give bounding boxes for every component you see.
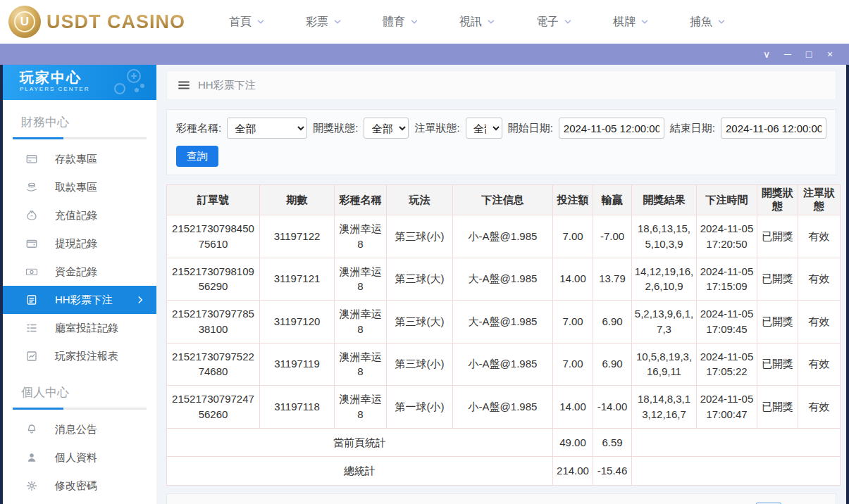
nav-item-chess[interactable]: 棋牌 [613,15,650,30]
cell-bet-time: 2024-11-05 17:05:22 [697,343,757,386]
draw-status-select[interactable]: 全部 [364,118,409,139]
summary-bet-total: 214.00 [553,457,593,486]
sidebar-item-announcements[interactable]: 消息公告 [3,415,156,443]
summary-label: 總統計 [167,457,553,486]
section-underline [13,408,147,410]
report-icon [25,350,38,363]
sidebar-item-withdrawal-records[interactable]: 提現記錄 [3,229,156,258]
chevron-down-icon [333,17,342,27]
summary-bet-total: 49.00 [553,428,593,457]
table-row: 215217307977853810031197120澳洲幸运8第三球(大)大-… [167,301,841,344]
coin-logo-icon: U [8,6,41,38]
sidebar-item-label: 修改密碼 [55,479,97,493]
end-date-input[interactable] [721,118,826,139]
chevron-down-icon [256,17,266,27]
col-header-win-loss: 輸贏 [593,185,632,215]
cell-bet-time: 2024-11-05 17:15:09 [697,258,757,301]
cell-order-status: 有效 [798,386,841,429]
breadcrumb: HH彩票下注 [166,70,836,100]
sidebar-item-label: 存款專區 [55,153,97,166]
section-title: 個人中心 [3,384,156,401]
sidebar-item-profile[interactable]: 個人資料 [3,443,156,472]
cell-win-loss: 13.79 [593,258,632,301]
start-date-label: 開始日期: [508,122,553,135]
cell-play-type: 第三球(小) [387,343,453,386]
draw-status-label: 開獎狀態: [313,122,358,135]
nav-item-video[interactable]: 視訊 [459,15,496,30]
cell-lottery-name: 澳洲幸运8 [335,258,387,301]
sidebar-item-change-password[interactable]: 修改密碼 [3,472,156,500]
sidebar-item-player-bet-report[interactable]: 玩家投注報表 [3,342,156,370]
chevron-down-icon [409,17,419,27]
nav-item-lottery[interactable]: 彩票 [306,15,342,30]
gear-icon [25,479,38,492]
nav-item-sports[interactable]: 體育 [383,15,419,30]
window-body: 玩家中心 PLAYERS CENTER 財務中心存款專區取款專區充值記錄提現記錄… [0,65,849,504]
chevron-down-icon [486,17,496,27]
cell-order-number: 2152173079845075610 [167,215,260,258]
nav-item-fishing[interactable]: 捕魚 [690,15,726,30]
main-content: HH彩票下注 彩種名稱: 全部 開獎狀態: 全部 注單狀態: 全部 開始日期: … [156,65,846,504]
sidebar-item-recharge-records[interactable]: 充值記錄 [3,201,156,229]
window-dropdown-icon[interactable]: ∨ [757,46,776,63]
cell-draw-result: 18,14,8,3,13,12,16,7 [632,386,697,429]
chevron-right-icon [135,295,145,305]
coin-letter: U [14,11,35,32]
col-header-bet-time: 下注時間 [697,185,757,215]
moneybag-icon [25,209,38,222]
col-header-draw-result: 開獎結果 [632,185,697,215]
sidebar-item-withdraw-zone[interactable]: 取款專區 [3,173,156,201]
nav-item-electronic[interactable]: 電子 [536,15,573,30]
sidebar-item-label: 取款專區 [55,181,97,194]
sidebar-header: 玩家中心 PLAYERS CENTER [3,65,156,100]
window-close-icon[interactable]: × [821,46,839,63]
table-row: 215217307984507561031197122澳洲幸运8第三球(小)小-… [167,215,841,258]
nav-item-label: 棋牌 [613,15,636,30]
sidebar-item-hh-lottery-bets[interactable]: HH彩票下注 [3,286,156,314]
nav-item-label: 視訊 [459,15,482,30]
sidebar-item-room-bet-records[interactable]: 廳室投註記錄 [3,314,156,342]
sidebar-item-label: 資金記錄 [55,265,97,279]
cell-order-number: 2152173079778538100 [167,301,260,344]
cell-bet-time: 2024-11-05 17:00:47 [697,386,757,429]
user-icon [25,451,38,464]
document-icon [25,294,38,306]
cell-draw-status: 已開獎 [757,343,798,386]
brand-logo[interactable]: U USDT CASINO [8,6,185,38]
col-header-bet-info: 下注信息 [453,185,553,215]
summary-winloss-total: -15.46 [593,457,632,486]
cell-draw-result: 5,2,13,9,6,1,7,3 [632,301,697,344]
cell-order-status: 有效 [798,215,841,258]
cell-draw-result: 14,12,19,16,2,6,10,9 [632,258,697,301]
table-body: 215217307984507561031197122澳洲幸运8第三球(小)小-… [167,215,841,486]
list-icon [25,322,38,334]
lottery-name-select[interactable]: 全部 [227,118,307,139]
cell-play-type: 第三球(大) [387,258,453,301]
nav-item-label: 彩票 [306,15,328,30]
nav-item-home[interactable]: 首頁 [229,15,266,30]
window-maximize-icon[interactable]: □ [800,46,818,63]
summary-empty [632,428,841,457]
cell-bet-info: 大-A盤@1.985 [453,258,553,301]
window-minimize-icon[interactable]: ─ [779,46,797,63]
search-button[interactable]: 查詢 [176,146,218,167]
sidebar-item-funds-records[interactable]: 資金記錄 [3,258,156,286]
cell-bet-time: 2024-11-05 17:20:50 [697,215,757,258]
end-date-label: 結束日期: [670,122,715,135]
sidebar-item-label: 玩家投注報表 [55,350,118,363]
cell-period: 31197122 [260,215,335,258]
start-date-input[interactable] [559,118,664,139]
bell-icon [25,423,38,436]
sidebar-item-deposit-zone[interactable]: 存款專區 [3,145,156,173]
wallet-icon [25,237,38,250]
order-status-select[interactable]: 全部 [466,118,502,139]
table-header-row: 訂單號期數彩種名稱玩法下注信息投注額輸贏開獎結果下注時間開獎狀態注單狀態 [167,185,841,215]
sidebar-item-label: 提現記錄 [55,237,97,251]
menu-toggle-icon[interactable] [178,81,190,89]
summary-row: 當前頁統計49.006.59 [167,428,841,457]
bets-table-wrap: 訂單號期數彩種名稱玩法下注信息投注額輸贏開獎結果下注時間開獎狀態注單狀態 215… [166,184,836,486]
nav-item-label: 首頁 [229,15,252,30]
summary-winloss-total: 6.59 [593,428,632,457]
cell-draw-status: 已開獎 [757,301,798,344]
cell-draw-result: 18,6,13,15,5,10,3,9 [632,215,697,258]
